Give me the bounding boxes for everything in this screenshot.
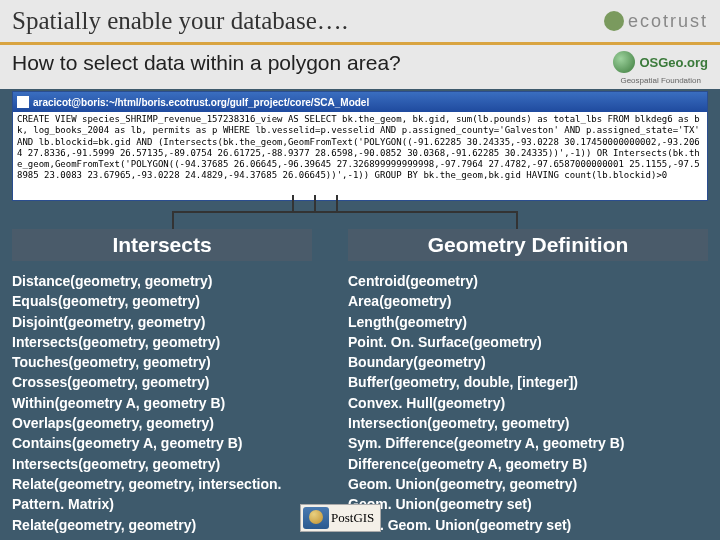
function-item: Distance(geometry, geometry) [12,271,312,291]
function-item: Relate(geometry, geometry) [12,515,312,535]
terminal-title-text: aracicot@boris:~/html/boris.ecotrust.org… [33,97,369,108]
function-item: Geom. Union(geometry, geometry) [348,474,708,494]
globe-icon [613,51,635,73]
function-item: Convex. Hull(geometry) [348,393,708,413]
function-item: Area(geometry) [348,291,708,311]
function-item: Relate(geometry, geometry, intersection.… [12,474,312,515]
geometry-definition-label: Geometry Definition [348,229,708,261]
function-item: Difference(geometry A, geometry B) [348,454,708,474]
function-item: Geom. Union(geometry set) [348,494,708,514]
spatial-relationship-functions: Distance(geometry, geometry)Equals(geome… [12,271,312,535]
terminal-window: aracicot@boris:~/html/boris.ecotrust.org… [12,91,708,201]
osgeo-subtitle: Geospatial Foundation [620,77,701,85]
terminal-icon [17,96,29,108]
slide-subtitle: How to select data within a polygon area… [12,51,401,75]
slide-title: Spatially enable your database…. [12,7,348,35]
ecotrust-text: ecotrust [628,11,708,32]
function-item: Touches(geometry, geometry) [12,352,312,372]
function-item: Intersection(geometry, geometry) [348,413,708,433]
column-labels: Intersects Geometry Definition [12,229,708,261]
callout-lines [12,201,708,229]
function-item: Intersects(geometry, geometry) [12,332,312,352]
osgeo-brand: OSGeo.org Geospatial Foundation [613,51,708,85]
postgis-label: PostGIS [331,510,374,526]
function-item: Mem. Geom. Union(geometry set) [348,515,708,535]
ecotrust-logo-icon [604,11,624,31]
function-item: Within(geometry A, geometry B) [12,393,312,413]
function-item: Equals(geometry, geometry) [12,291,312,311]
terminal-titlebar: aracicot@boris:~/html/boris.ecotrust.org… [13,92,707,112]
function-item: Crosses(geometry, geometry) [12,372,312,392]
terminal-body: CREATE VIEW species_SHRIMP_revenue_15723… [13,112,707,200]
function-lists: Distance(geometry, geometry)Equals(geome… [12,271,708,535]
postgis-icon [303,507,329,529]
slide-subheader: How to select data within a polygon area… [0,45,720,89]
function-item: Length(geometry) [348,312,708,332]
ecotrust-brand: ecotrust [604,11,708,32]
function-item: Buffer(geometry, double, [integer]) [348,372,708,392]
function-item: Overlaps(geometry, geometry) [12,413,312,433]
osgeo-name: OSGeo.org [639,55,708,70]
postgis-logo: PostGIS [300,504,381,532]
intersects-label: Intersects [12,229,312,261]
function-item: Contains(geometry A, geometry B) [12,433,312,453]
function-item: Disjoint(geometry, geometry) [12,312,312,332]
geometry-functions: Centroid(geometry)Area(geometry)Length(g… [348,271,708,535]
function-item: Point. On. Surface(geometry) [348,332,708,352]
function-item: Centroid(geometry) [348,271,708,291]
function-item: Boundary(geometry) [348,352,708,372]
slide-header: Spatially enable your database…. ecotrus… [0,0,720,45]
function-item: Sym. Difference(geometry A, geometry B) [348,433,708,453]
function-item: Intersects(geometry, geometry) [12,454,312,474]
